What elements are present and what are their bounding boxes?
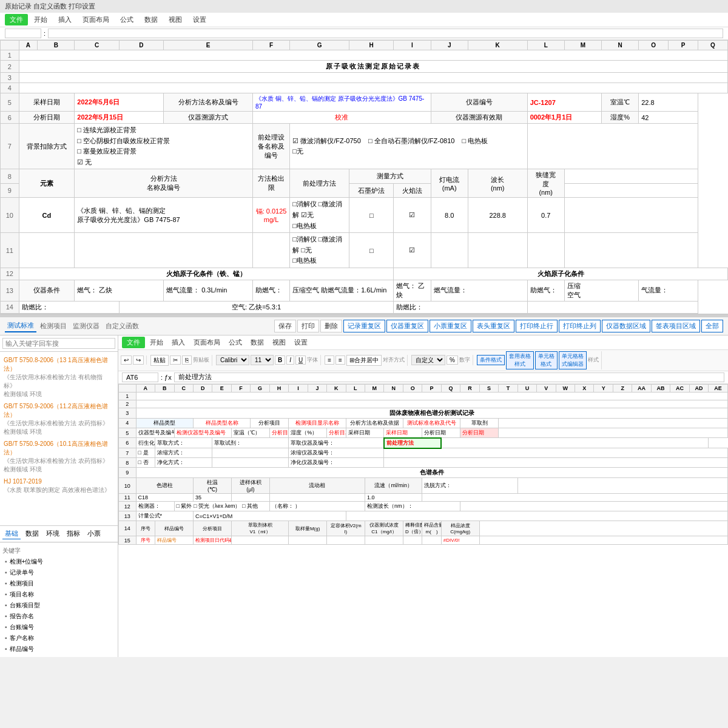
cell-ref-top[interactable]: BN7: [5, 29, 41, 38]
col-p: P: [669, 41, 698, 50]
font-size-select[interactable]: 11: [251, 355, 274, 365]
sidebar-list: GB/T 5750.8-2006（13 1高压液相色谱法） 《生活饮用水标准检验…: [0, 352, 118, 525]
menu-insert[interactable]: 插入: [53, 14, 76, 25]
ss2-row-5: 5 仪器型号及编号 检测仪器型号及编号 室温（℃） 分析目期 湿度（%） 分析目…: [119, 428, 728, 438]
save-btn[interactable]: 保存: [274, 320, 296, 332]
sub-item-3[interactable]: ▪ 检测项目: [2, 578, 115, 589]
copy-btn[interactable]: ⎘: [182, 356, 192, 365]
cell-ref-2[interactable]: [122, 372, 158, 382]
sign-item-btn[interactable]: 签表项目区域: [652, 320, 700, 332]
menu2-settings[interactable]: 设置: [291, 337, 311, 348]
paste-btn[interactable]: 粘贴: [150, 355, 169, 366]
menu2-insert[interactable]: 插入: [168, 337, 189, 348]
sub-item-7-label: 台账编号: [10, 623, 34, 632]
ss2-wrapper[interactable]: A B C D E F G H I J K L M: [118, 384, 728, 657]
record-repeat-btn[interactable]: 记录重复区: [343, 320, 385, 332]
font-name-select[interactable]: Calibri: [216, 355, 249, 365]
menu-settings[interactable]: 设置: [188, 14, 211, 25]
instrument-data-btn[interactable]: 仪器数据区域: [602, 320, 650, 332]
ss2-sample-type-name: 样品类型名称: [193, 418, 250, 428]
cell-style-btn[interactable]: 单元格格式: [535, 351, 558, 369]
sidebar-search-input[interactable]: [2, 338, 115, 349]
pretreat-11: □消解仪 □微波消解 □无□电热板: [290, 233, 349, 268]
menu2-formula[interactable]: 公式: [225, 337, 246, 348]
sub-item-1[interactable]: ▪ 检测+位编号: [2, 556, 115, 567]
col-flame: 火焰法: [394, 183, 431, 198]
cell-style-editor-btn[interactable]: 单元格格式编辑器: [559, 351, 587, 369]
cut-btn[interactable]: ✂: [170, 356, 181, 365]
file-btn-2[interactable]: 文件: [122, 337, 145, 348]
sidebar-tab-indicator[interactable]: 指标: [64, 528, 83, 539]
ss2-col-rownum: [119, 384, 136, 392]
tab-test-standard[interactable]: 测试标准: [5, 320, 36, 332]
sidebar-tab-basic[interactable]: 基础: [2, 528, 21, 539]
list-item-1[interactable]: GB/T 5750.8-2006（13 1高压液相色谱法） 《生活饮用水标准检验…: [2, 354, 115, 400]
flame-11: ☑: [394, 233, 431, 268]
ribbon-undo-group: ↩ ↪: [121, 356, 147, 365]
file-button-top[interactable]: 文件: [5, 14, 28, 25]
bold-btn[interactable]: B: [275, 356, 285, 365]
sidebar-tab-ticket[interactable]: 小票: [85, 528, 103, 539]
menu2-start[interactable]: 开始: [146, 337, 167, 348]
instrument-repeat-btn[interactable]: 仪器重复区: [386, 320, 428, 332]
print-btn[interactable]: 打印: [297, 320, 319, 332]
sub-item-4[interactable]: ▪ 项目名称: [2, 589, 115, 600]
menu-view[interactable]: 视图: [164, 14, 187, 25]
menu-data[interactable]: 数据: [140, 14, 163, 25]
sidebar-tab-env[interactable]: 环境: [44, 528, 62, 539]
italic-btn[interactable]: I: [286, 356, 294, 365]
delete-btn[interactable]: 删除: [320, 320, 342, 332]
formula-input-top[interactable]: [48, 29, 723, 38]
align-left-btn[interactable]: ≡: [325, 356, 334, 365]
print-stop-col-btn[interactable]: 打印终止列: [559, 320, 601, 332]
menu2-data[interactable]: 数据: [247, 337, 268, 348]
menu2-layout[interactable]: 页面布局: [190, 337, 224, 348]
align-center-btn[interactable]: ≡: [335, 356, 345, 365]
sub-item-5[interactable]: ▪ 台账项目型: [2, 600, 115, 611]
row-4-empty: [19, 83, 727, 93]
formula-bar-2: : ƒx: [118, 371, 728, 384]
formula-input-2[interactable]: [174, 372, 724, 382]
table-style-btn[interactable]: 套用表格样式: [506, 351, 534, 369]
sub-item-9[interactable]: ▪ 样品编号: [2, 644, 115, 655]
format-select[interactable]: 自定义: [411, 355, 445, 365]
cond-format-btn[interactable]: 条件格式: [477, 355, 505, 365]
undo-btn[interactable]: ↩: [121, 356, 132, 365]
menu-formula[interactable]: 公式: [115, 14, 138, 25]
row-11-extra: [564, 233, 698, 268]
list-item-3[interactable]: GB/T 5750.9-2006（10.1高压液相色谱法） 《生活饮用水标准检验…: [2, 438, 115, 476]
underline-btn[interactable]: U: [295, 356, 306, 365]
menu-layout[interactable]: 页面布局: [78, 14, 114, 25]
row-14-extra: [527, 301, 698, 313]
tab-monitor-instrument[interactable]: 监测仪器: [70, 320, 102, 332]
list-item-4[interactable]: HJ 1017-2019 《水质 联苯胺的测定 高效液相色谱法》: [2, 476, 115, 496]
ticket-repeat-btn[interactable]: 小票重复区: [430, 320, 471, 332]
redo-btn[interactable]: ↪: [133, 356, 144, 365]
tab-detection-item[interactable]: 检测项目: [38, 320, 69, 332]
percent-btn[interactable]: %: [447, 356, 458, 365]
table-row-11: 11 □消解仪 □微波消解 □无□电热板 □ ☑: [1, 233, 728, 268]
ss2-extract-instrument: 萃取仪器及编号：: [289, 438, 384, 448]
print-stop-row-btn[interactable]: 打印终止行: [516, 320, 558, 332]
sub-item-6[interactable]: ▪ 报告亦名: [2, 611, 115, 622]
row-5-num: 5: [1, 93, 19, 112]
col-m: M: [564, 41, 601, 50]
sub-item-7[interactable]: ▪ 台账编号: [2, 622, 115, 633]
sub-item-2[interactable]: ▪ 记录单号: [2, 567, 115, 578]
header-repeat-btn[interactable]: 表头重复区: [473, 320, 514, 332]
all-btn[interactable]: 全部: [701, 320, 723, 332]
list-item-2[interactable]: GB/T 5750.9-2006（11.2高压液相色谱法） 《生活饮用水标准检验…: [2, 400, 115, 438]
row-7-extra: [527, 124, 698, 169]
tab-custom-function[interactable]: 自定义函数: [103, 320, 141, 332]
ribbon-align-group: ≡ ≡ ⊞合并居中 对齐方式: [325, 355, 408, 366]
sub-item-8-label: 客户名称: [10, 634, 34, 642]
menu-start[interactable]: 开始: [29, 14, 52, 25]
merge-btn[interactable]: ⊞合并居中: [346, 355, 382, 366]
ribbon-style-group: 条件格式 套用表格样式 单元格格式 单元格格式编辑器 样式: [477, 351, 602, 369]
list-item-2-subtitle: 《生活饮用水标准检验方法 农药指标》: [4, 419, 114, 428]
humidity-value: 42: [639, 112, 698, 124]
sidebar-tab-data[interactable]: 数据: [23, 528, 41, 539]
menu2-view[interactable]: 视图: [269, 337, 289, 348]
col-graphite: 石墨炉法: [349, 183, 394, 198]
sub-item-8[interactable]: ▪ 客户名称: [2, 633, 115, 644]
